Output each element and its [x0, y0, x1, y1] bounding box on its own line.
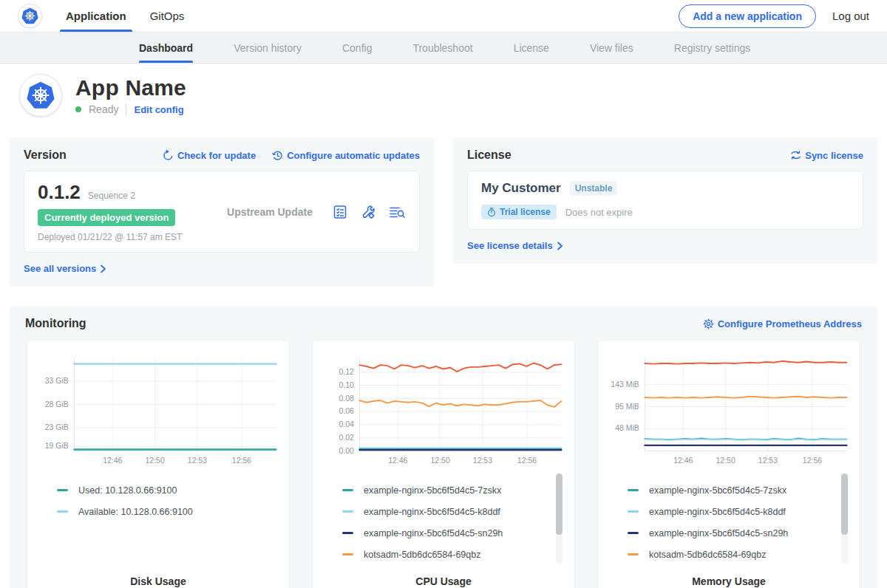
subnav-tab-view-files[interactable]: View files	[590, 33, 633, 63]
svg-text:19 GiB: 19 GiB	[45, 442, 69, 450]
memory-usage-legend: example-nginx-5bc6f5d4c5-7zskxexample-ng…	[605, 472, 852, 568]
subnav-tab-registry-settings[interactable]: Registry settings	[674, 33, 750, 63]
svg-text:12:50: 12:50	[716, 457, 735, 465]
legend-item: example-nginx-5bc6f5d4c5-sn29h	[628, 522, 837, 544]
summary-cards-row: Version Check for update Configure autom…	[0, 137, 887, 287]
legend-scrollbar-thumb[interactable]	[841, 474, 848, 535]
cpu-usage-legend: example-nginx-5bc6f5d4c5-7zskxexample-ng…	[320, 472, 567, 568]
trial-license-badge: Trial license	[481, 205, 557, 219]
legend-swatch-icon	[342, 532, 353, 534]
license-card-title: License	[467, 148, 512, 162]
gear-icon	[703, 318, 714, 329]
configure-automatic-updates-link[interactable]: Configure automatic updates	[272, 150, 420, 161]
legend-swatch-icon	[628, 532, 639, 534]
subnav-tab-config[interactable]: Config	[342, 33, 372, 63]
status-dot-icon	[75, 106, 81, 112]
check-for-update-link[interactable]: Check for update	[163, 150, 256, 161]
svg-text:143 MiB: 143 MiB	[611, 380, 639, 389]
topnav-tab-application[interactable]: Application	[64, 0, 128, 32]
version-card: Version Check for update Configure autom…	[9, 137, 435, 287]
legend-scrollbar[interactable]	[556, 474, 563, 564]
configure-prometheus-link[interactable]: Configure Prometheus Address	[703, 318, 862, 329]
svg-text:0.06: 0.06	[339, 408, 354, 416]
svg-text:12:56: 12:56	[517, 457, 537, 465]
customer-name: My Customer	[481, 181, 561, 196]
see-all-versions-link[interactable]: See all versions	[24, 263, 106, 274]
topnav-tab-gitops[interactable]: GitOps	[149, 0, 186, 32]
svg-text:95 MiB: 95 MiB	[615, 403, 639, 411]
chart-title: CPU Usage	[320, 575, 567, 587]
subnav-tab-version-history[interactable]: Version history	[234, 33, 302, 63]
legend-item: example-nginx-5bc6f5d4c5-sn29h	[342, 522, 552, 544]
legend-label: example-nginx-5bc6f5d4c5-sn29h	[649, 528, 788, 539]
subnav-tab-troubleshoot[interactable]: Troubleshoot	[412, 33, 472, 63]
chevron-right-icon	[557, 242, 563, 250]
monitoring-section: Monitoring Configure Prometheus Address …	[9, 306, 878, 588]
version-number: 0.1.2	[38, 181, 81, 204]
svg-text:0.02: 0.02	[339, 434, 354, 442]
stopwatch-icon	[487, 208, 496, 217]
svg-text:23 GiB: 23 GiB	[45, 423, 69, 431]
app-header: App Name Ready Edit config	[0, 64, 887, 129]
page-title: App Name	[75, 75, 186, 100]
refresh-icon	[163, 150, 174, 161]
legend-item: example-nginx-5bc6f5d4c5-7zskx	[628, 479, 837, 501]
disk-usage-legend: Used: 10.128.0.66:9100Available: 10.128.…	[35, 472, 282, 568]
cpu-usage-chart-card: 12:4612:5012:5312:560.000.020.040.060.08…	[312, 340, 575, 588]
status-label: Ready	[89, 103, 118, 115]
svg-text:12:50: 12:50	[430, 457, 449, 465]
svg-text:12:53: 12:53	[758, 457, 778, 465]
svg-text:12:53: 12:53	[473, 457, 492, 465]
logo-wrap	[18, 0, 42, 32]
kubernetes-logo-icon[interactable]	[18, 4, 42, 28]
legend-swatch-icon	[342, 489, 353, 491]
config-wrench-icon[interactable]	[360, 204, 376, 220]
release-notes-icon[interactable]	[332, 204, 348, 220]
svg-text:0.08: 0.08	[339, 394, 354, 403]
legend-swatch-icon	[628, 489, 639, 491]
svg-text:12:46: 12:46	[673, 457, 693, 465]
disk-usage-chart: 12:4612:5012:5312:5619 GiB23 GiB28 GiB33…	[35, 349, 282, 472]
subnav-tab-dashboard[interactable]: Dashboard	[139, 33, 193, 63]
svg-text:12:50: 12:50	[145, 457, 164, 465]
svg-text:0.04: 0.04	[339, 420, 354, 428]
legend-label: example-nginx-5bc6f5d4c5-k8ddf	[364, 507, 500, 517]
svg-text:0.10: 0.10	[339, 381, 354, 389]
logout-button[interactable]: Log out	[832, 10, 869, 22]
divider	[126, 104, 126, 115]
disk-usage-chart-card: 12:4612:5012:5312:5619 GiB23 GiB28 GiB33…	[27, 340, 290, 588]
legend-swatch-icon	[628, 553, 639, 555]
current-version-card: 0.1.2 Sequence 2 Currently deployed vers…	[24, 171, 420, 253]
topnav-tabs: ApplicationGitOps	[64, 0, 186, 32]
legend-label: example-nginx-5bc6f5d4c5-k8ddf	[649, 507, 786, 517]
memory-usage-chart: 12:4612:5012:5312:5648 MiB95 MiB143 MiB	[605, 349, 852, 472]
license-details-card: My Customer Unstable Trial license Does …	[467, 171, 863, 230]
memory-usage-chart-card: 12:4612:5012:5312:5648 MiB95 MiB143 MiB …	[597, 340, 860, 588]
legend-swatch-icon	[57, 489, 68, 491]
version-source-label: Upstream Update	[208, 206, 332, 218]
svg-text:12:46: 12:46	[103, 457, 122, 465]
legend-label: example-nginx-5bc6f5d4c5-7zskx	[364, 485, 501, 496]
legend-label: Available: 10.128.0.66:9100	[78, 507, 193, 517]
svg-text:0.00: 0.00	[339, 447, 354, 455]
edit-config-link[interactable]: Edit config	[134, 104, 183, 115]
add-new-application-button[interactable]: Add a new application	[679, 4, 816, 28]
legend-scrollbar-thumb[interactable]	[556, 474, 563, 535]
view-logs-icon[interactable]	[388, 204, 406, 220]
chart-title: Disk Usage	[35, 575, 282, 587]
legend-item: kotsadm-5db6dc6584-69qbz	[628, 544, 837, 565]
app-avatar-kubernetes-icon	[19, 74, 62, 117]
channel-badge: Unstable	[570, 181, 618, 196]
monitoring-title: Monitoring	[25, 317, 86, 330]
license-expiry: Does not expire	[565, 207, 633, 218]
sync-license-link[interactable]: Sync license	[790, 150, 863, 161]
legend-label: Used: 10.128.0.66:9100	[78, 485, 177, 496]
subnav-tab-license[interactable]: License	[514, 33, 549, 63]
chart-title: Memory Usage	[605, 575, 852, 587]
legend-item: Available: 10.128.0.66:9100	[57, 501, 267, 522]
legend-item: kotsadm-5db6dc6584-69qbz	[342, 544, 552, 565]
see-license-details-link[interactable]: See license details	[467, 240, 563, 251]
legend-swatch-icon	[342, 510, 353, 513]
svg-text:0.12: 0.12	[339, 368, 354, 376]
legend-scrollbar[interactable]	[841, 474, 848, 564]
